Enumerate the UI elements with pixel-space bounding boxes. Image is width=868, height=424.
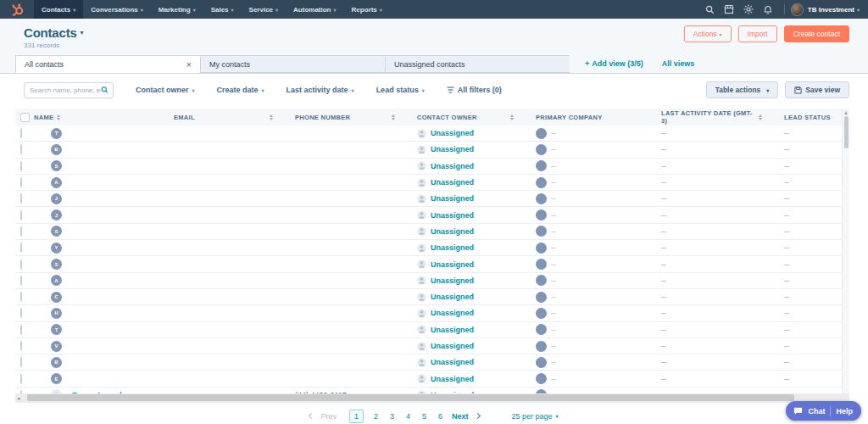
- filter-last-activity-date[interactable]: Last activity date▾: [287, 86, 354, 94]
- nav-item-conversations[interactable]: Conversations▾: [83, 0, 151, 19]
- row-checkbox[interactable]: [20, 161, 22, 171]
- owner-link[interactable]: Unassigned: [431, 129, 474, 137]
- owner-link[interactable]: Unassigned: [431, 162, 474, 170]
- last-activity-cell: --: [661, 194, 784, 203]
- tab-all-contacts[interactable]: All contacts ×: [15, 55, 200, 74]
- account-menu[interactable]: TB Investment ▾: [808, 6, 860, 14]
- page-button-6[interactable]: 6: [438, 412, 442, 421]
- nav-item-marketing[interactable]: Marketing▾: [151, 0, 203, 19]
- owner-link[interactable]: Unassigned: [431, 342, 474, 350]
- column-header-last-activity[interactable]: LAST ACTIVITY DATE (GMT-3): [661, 109, 784, 126]
- chevron-right-icon[interactable]: [474, 413, 480, 419]
- page-button-5[interactable]: 5: [422, 412, 426, 421]
- row-checkbox[interactable]: [20, 144, 22, 154]
- tab-label: All contacts: [25, 60, 64, 69]
- title-dropdown-icon[interactable]: ▾: [81, 29, 84, 36]
- horizontal-scrollbar[interactable]: ◂: [15, 393, 849, 403]
- page-button-3[interactable]: 3: [390, 412, 394, 421]
- next-page-button[interactable]: Next: [452, 412, 469, 421]
- owner-link[interactable]: Unassigned: [431, 194, 474, 203]
- all-views-link[interactable]: All views: [662, 59, 695, 68]
- row-checkbox[interactable]: [20, 292, 22, 302]
- gear-icon[interactable]: [739, 0, 759, 19]
- filter-contact-owner[interactable]: Contact owner▾: [136, 86, 195, 94]
- owner-link[interactable]: Unassigned: [431, 309, 474, 317]
- all-filters-button[interactable]: All filters (0): [447, 86, 502, 94]
- nav-item-contacts[interactable]: Contacts▾: [34, 0, 83, 19]
- per-page-select[interactable]: 25 per page▾: [512, 412, 559, 421]
- owner-link[interactable]: Unassigned: [431, 375, 474, 383]
- row-checkbox[interactable]: [20, 341, 22, 351]
- row-checkbox[interactable]: [20, 193, 22, 204]
- column-header-email[interactable]: EMAIL: [174, 109, 295, 126]
- owner-link[interactable]: Unassigned: [431, 211, 474, 220]
- row-checkbox[interactable]: [20, 357, 22, 367]
- partial-row-clip: Bruna Amaral -- (44) 4409-9117 Unassigne…: [15, 388, 849, 393]
- prev-page-button[interactable]: Prev: [320, 412, 337, 421]
- column-header-primary-company[interactable]: PRIMARY COMPANY: [536, 109, 661, 126]
- actions-button[interactable]: Actions▾: [684, 25, 732, 42]
- filter-lead-status[interactable]: Lead status▾: [376, 86, 425, 94]
- column-header-phone[interactable]: PHONE NUMBER: [295, 109, 417, 126]
- row-checkbox[interactable]: [20, 276, 22, 286]
- search-icon[interactable]: [700, 0, 720, 19]
- bell-icon[interactable]: [759, 0, 778, 19]
- nav-item-sales[interactable]: Sales▾: [203, 0, 242, 19]
- create-contact-button[interactable]: Create contact: [784, 25, 849, 42]
- save-view-button[interactable]: Save view: [785, 81, 849, 98]
- owner-link[interactable]: Unassigned: [431, 243, 474, 252]
- row-checkbox[interactable]: [20, 226, 22, 237]
- page-button-4[interactable]: 4: [406, 412, 410, 421]
- owner-link[interactable]: Unassigned: [431, 293, 474, 301]
- nav-item-automation[interactable]: Automation▾: [286, 0, 343, 19]
- table-actions-button[interactable]: Table actions▾: [706, 81, 779, 98]
- hubspot-logo[interactable]: [0, 0, 34, 19]
- owner-link[interactable]: Unassigned: [431, 227, 474, 236]
- select-all-checkbox[interactable]: [20, 113, 30, 122]
- nav-item-reports[interactable]: Reports▾: [344, 0, 390, 19]
- import-button[interactable]: Import: [738, 25, 777, 42]
- scroll-left-arrow-icon[interactable]: ◂: [17, 395, 20, 401]
- search-icon[interactable]: [101, 86, 108, 94]
- marketplace-icon[interactable]: [720, 0, 739, 19]
- column-header-name[interactable]: NAME: [34, 109, 174, 126]
- contact-avatar: B: [51, 144, 62, 155]
- close-icon[interactable]: ×: [186, 60, 192, 70]
- column-header-contact-owner[interactable]: CONTACT OWNER: [417, 109, 536, 126]
- add-view-link[interactable]: +Add view (3/5): [585, 59, 643, 68]
- tab-my-contacts[interactable]: My contacts: [200, 55, 385, 73]
- scroll-up-arrow-icon[interactable]: [844, 111, 848, 114]
- row-checkbox[interactable]: [20, 243, 22, 253]
- vertical-scrollbar-thumb[interactable]: [844, 116, 849, 148]
- row-checkbox[interactable]: [20, 210, 22, 220]
- owner-link[interactable]: Unassigned: [431, 276, 474, 285]
- owner-link[interactable]: Unassigned: [431, 260, 474, 269]
- nav-right: TB Investment ▾: [700, 0, 868, 19]
- chat-button[interactable]: Chat: [808, 407, 825, 416]
- row-checkbox[interactable]: [20, 374, 22, 384]
- nav-item-service[interactable]: Service▾: [242, 0, 286, 19]
- row-checkbox[interactable]: [20, 308, 22, 318]
- tab-unassigned-contacts[interactable]: Unassigned contacts: [385, 55, 570, 73]
- page-button-2[interactable]: 2: [374, 412, 378, 421]
- vertical-scrollbar[interactable]: [842, 109, 849, 393]
- horizontal-scrollbar-thumb[interactable]: [27, 394, 794, 401]
- filter-create-date[interactable]: Create date▾: [217, 86, 264, 94]
- user-avatar[interactable]: [791, 3, 804, 16]
- last-activity-cell: --: [661, 260, 784, 269]
- owner-link[interactable]: Unassigned: [431, 145, 474, 153]
- owner-link[interactable]: Unassigned: [431, 358, 474, 366]
- owner-link[interactable]: Unassigned: [431, 178, 474, 187]
- row-checkbox[interactable]: [20, 259, 22, 270]
- page-button-1[interactable]: 1: [349, 410, 364, 423]
- owner-link[interactable]: Unassigned: [431, 326, 474, 334]
- column-header-lead-status[interactable]: LEAD STATUS: [784, 109, 842, 126]
- row-checkbox[interactable]: [20, 325, 22, 335]
- row-checkbox[interactable]: [20, 128, 22, 138]
- search-input[interactable]: [30, 86, 101, 94]
- row-checkbox[interactable]: [20, 177, 22, 187]
- chevron-left-icon[interactable]: [309, 413, 314, 419]
- divider: [830, 406, 831, 416]
- help-button[interactable]: Help: [836, 407, 853, 416]
- name-cell: V: [34, 341, 174, 352]
